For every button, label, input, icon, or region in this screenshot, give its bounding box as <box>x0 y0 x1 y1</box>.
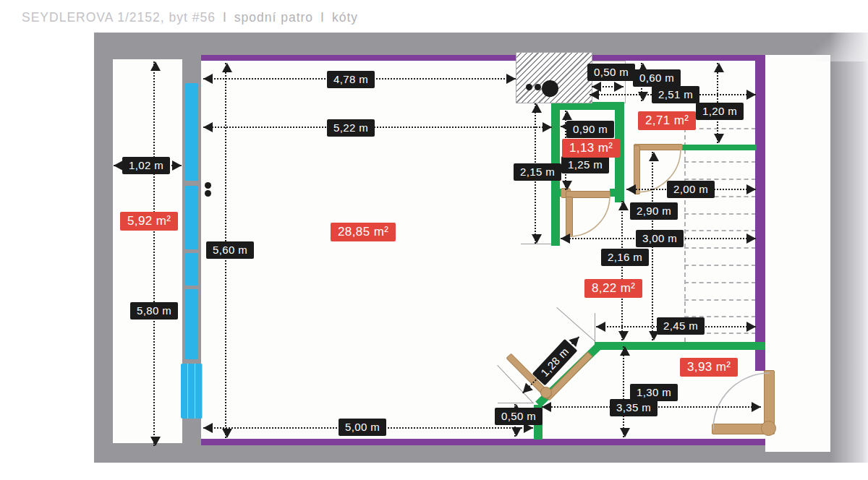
dim-label-2-15: 2,15 m <box>514 163 561 181</box>
dim-label-5-80: 5,80 m <box>130 302 178 320</box>
title-separator: I <box>223 10 227 25</box>
area-label-entry: 3,93 m² <box>680 358 738 377</box>
dim-label-2-16: 2,16 m <box>601 249 649 266</box>
dim-label-1-02: 1,02 m <box>122 157 170 174</box>
dim-label-0-50-bottom: 0,50 m <box>495 408 542 425</box>
dim-label-0-60: 0,60 m <box>633 69 681 87</box>
dim-label-5-60: 5,60 m <box>206 241 254 259</box>
kitchen-dot-small-1 <box>526 84 532 90</box>
page-title: SEYDLEROVA 1/2152, byt #56Ispodní patroI… <box>22 10 358 25</box>
title-separator: I <box>320 10 325 25</box>
dim-line-5-22 <box>203 127 552 128</box>
dim-label-3-35: 3,35 m <box>610 399 658 416</box>
dim-label-2-90: 2,90 m <box>630 202 678 220</box>
dim-label-3-00: 3,00 m <box>636 230 684 247</box>
area-label-upper-hall: 2,71 m² <box>638 111 696 130</box>
dim-line-1-30 <box>623 346 624 437</box>
dim-label-1-20: 1,20 m <box>696 103 744 120</box>
floor-plan-page: SEYDLEROVA 1/2152, byt #56Ispodní patroI… <box>0 0 868 480</box>
area-label-wc: 1,13 m² <box>562 139 620 158</box>
title-view: kóty <box>332 10 358 25</box>
kitchen-dot-large <box>542 80 558 97</box>
dim-label-5-00: 5,00 m <box>339 419 386 436</box>
title-floor: spodní patro <box>234 10 313 25</box>
dim-label-4-78: 4,78 m <box>327 71 375 88</box>
dim-label-2-45: 2,45 m <box>657 317 705 335</box>
kitchen-dot-small-2 <box>535 84 541 90</box>
title-building: SEYDLEROVA 1/2152, byt #56 <box>22 10 216 25</box>
area-label-hall: 8,22 m² <box>584 279 642 298</box>
dim-label-1-25: 1,25 m <box>561 156 609 173</box>
dim-label-2-00: 2,00 m <box>667 181 715 198</box>
dim-line-2-16 <box>621 201 623 340</box>
door-swing-arcs <box>0 0 868 480</box>
dim-line-0-50-top <box>592 86 624 87</box>
dim-label-0-50-top: 0,50 m <box>587 64 635 81</box>
dim-label-2-51: 2,51 m <box>652 86 699 103</box>
dim-line-5-80 <box>153 61 155 446</box>
dim-label-0-90: 0,90 m <box>566 121 614 138</box>
area-label-living: 28,85 m² <box>331 223 396 241</box>
area-label-balcony: 5,92 m² <box>120 212 178 231</box>
dim-label-5-22: 5,22 m <box>327 119 375 137</box>
